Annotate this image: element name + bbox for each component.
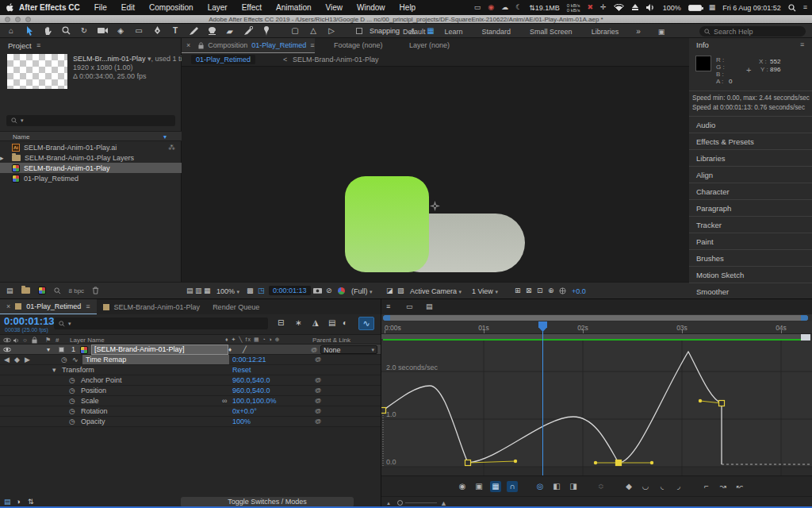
composition-mini-flowchart-icon[interactable]: ⊟ [278, 319, 284, 327]
wifi-icon[interactable] [614, 4, 624, 11]
property-row-opacity[interactable]: ◷Opacity100%@ [0, 417, 381, 427]
new-folder-icon[interactable] [21, 287, 30, 294]
speed-graph[interactable]: 2.0 seconds/sec1.00.0 [381, 341, 812, 475]
local-axis-mode-icon[interactable]: ▢ [289, 25, 301, 37]
menu-edit[interactable]: Edit [121, 3, 135, 12]
parent-pickwhip-icon[interactable]: @ [311, 346, 317, 353]
tab-menu-icon[interactable]: ≡ [86, 302, 90, 310]
info-panel-menu-icon[interactable]: ≡ [800, 40, 804, 48]
layer-name-column-header[interactable]: Layer Name [70, 337, 105, 344]
always-preview-icon[interactable]: ▤ [186, 287, 193, 294]
project-settings-icon[interactable] [54, 287, 61, 294]
display-mirroring-icon[interactable]: ▭ [474, 4, 481, 11]
column-sort-icon[interactable]: ▾ [163, 133, 167, 140]
resolution-select[interactable]: (Full) ▾ [351, 287, 373, 295]
workspace-tab-default[interactable]: Default [403, 28, 426, 36]
trash-icon[interactable] [92, 287, 99, 294]
panel-tab-paint[interactable]: Paint [689, 233, 812, 249]
mirror-viewer-icon[interactable]: ▦ [204, 287, 211, 294]
network-speed[interactable]: 0 kB/s0 kB/s [567, 3, 580, 13]
view-layout-select[interactable]: 1 View ▾ [472, 287, 498, 295]
project-search-input[interactable]: ▾ [6, 115, 175, 126]
timeline-navigator-bar[interactable] [383, 315, 808, 321]
close-tab-icon[interactable]: × [6, 302, 10, 310]
property-row-position[interactable]: ◷Position960.0,540.0@ [0, 386, 381, 396]
property-value[interactable]: 960.0,540.0 [232, 387, 270, 394]
property-value[interactable]: 100% [232, 418, 251, 425]
do-not-disturb-icon[interactable]: ☾ [515, 4, 522, 11]
timeline-draft-icon[interactable]: ▭ [406, 303, 413, 310]
snap-icon[interactable]: ∩ [507, 481, 518, 492]
bezier-handle-dot[interactable] [699, 399, 702, 402]
layer-expander-icon[interactable]: ▾ [47, 346, 50, 353]
bezier-handle-dot[interactable] [650, 461, 653, 464]
manage-workspaces-icon[interactable]: ▣ [658, 28, 665, 36]
project-item-comp[interactable]: SELM-Brand-Anim-01-Play [0, 163, 182, 173]
graph-filter-icon[interactable]: ▣ [473, 481, 485, 492]
memory-status[interactable]: ⇅19.1MB [529, 4, 560, 12]
bezier-handle-dot[interactable] [594, 461, 597, 464]
panel-tab-align[interactable]: Align [689, 166, 812, 183]
separate-dimensions-icon[interactable]: ≎ [596, 481, 607, 492]
graph-editor-button[interactable]: ∿ [358, 317, 374, 330]
property-pickwhip-icon[interactable]: @ [315, 356, 321, 363]
control-center-icon[interactable]: ≡ [803, 4, 807, 11]
new-composition-icon[interactable] [38, 287, 46, 294]
target-region-icon[interactable]: ◪ [386, 287, 393, 294]
next-keyframe-icon[interactable]: ▶ [25, 356, 30, 364]
zoom-slider-track[interactable] [405, 502, 437, 503]
property-value[interactable]: 0x+0.0° [232, 407, 257, 415]
auto-bezier-icon[interactable]: ↝ [718, 481, 729, 492]
continuous-bezier-icon[interactable]: ↜ [734, 481, 745, 492]
show-snapshot-icon[interactable]: ⊘ [326, 287, 332, 294]
workspace-tab-learn[interactable]: Learn [445, 28, 463, 36]
exposure-value[interactable]: +0.0 [572, 287, 586, 295]
camera-tool-icon[interactable] [97, 25, 108, 37]
logo-green-square-shape[interactable] [345, 176, 429, 272]
composition-viewer-tab[interactable]: × Composition 01-Play_Retimed ≡ [182, 38, 315, 53]
calendar-icon[interactable]: ▦ [709, 4, 716, 11]
project-item-comp[interactable]: 01-Play_Retimed [0, 173, 182, 183]
puppet-pin-tool-icon[interactable] [261, 25, 272, 37]
flowchart-button-icon[interactable]: ⊕ [548, 287, 554, 294]
home-tool-icon[interactable]: ⌂ [6, 25, 17, 37]
menu-composition[interactable]: Composition [149, 3, 193, 12]
property-name[interactable]: Transform [62, 366, 94, 374]
zoom-tool-icon[interactable] [60, 25, 71, 37]
type-tool-icon[interactable]: T [170, 25, 181, 37]
timeline-tab-brand-anim[interactable]: SELM-Brand-Anim-01-Play [97, 299, 207, 314]
property-row-rotation[interactable]: ◷Rotation0x+0.0°@ [0, 406, 381, 417]
stopwatch-icon[interactable]: ◷ [69, 387, 75, 394]
stopwatch-icon[interactable]: ◷ [69, 418, 75, 425]
notification-app-icon[interactable]: ◉ [488, 4, 494, 11]
property-row-time-remap[interactable]: ◀◆▶◷∿Time Remap0:00:12:21@ [0, 355, 381, 365]
eraser-tool-icon[interactable]: ▰ [224, 25, 237, 37]
property-name[interactable]: Time Remap [82, 355, 229, 364]
expand-transfer-modes-icon[interactable]: ◑ [16, 498, 20, 506]
volume-icon[interactable] [646, 4, 656, 11]
menu-view[interactable]: View [326, 3, 343, 12]
grid-guides-icon[interactable]: ▩ [247, 287, 254, 294]
rectangle-tool-icon[interactable]: ▭ [133, 25, 144, 37]
hold-keyframe-icon[interactable]: ⌐ [701, 481, 712, 492]
bezier-handle-dot[interactable] [514, 460, 517, 463]
snapshot-icon[interactable] [313, 287, 322, 294]
transparency-grid-icon[interactable]: ▨ [397, 287, 404, 294]
project-item-ai[interactable]: AiSELM-Brand-Anim-01-Play.ai [0, 142, 182, 152]
solo-column-icon[interactable]: ○ [23, 337, 27, 344]
interpret-footage-button-icon[interactable]: ▤ [6, 287, 13, 294]
current-timecode[interactable]: 0:00:01:13 [4, 315, 55, 327]
panel-tab-motion-sketch[interactable]: Motion Sketch [689, 266, 812, 283]
breadcrumb-parent-comp[interactable]: SELM-Brand-Anim-01-Play [293, 56, 379, 64]
property-value[interactable]: Reset [232, 366, 251, 374]
property-row-transform[interactable]: ▾TransformReset [0, 365, 381, 375]
lock-column-icon[interactable] [32, 337, 37, 344]
layer-switches-header-icons[interactable]: ♦ ✦ ╲ fx ▦ ◔ ◑ ⊕ [225, 337, 281, 343]
menu-help[interactable]: Help [400, 3, 416, 12]
transform-box-icon[interactable]: ▦ [490, 481, 501, 492]
panel-tab-brushes[interactable]: Brushes [689, 249, 812, 266]
link-dimensions-icon[interactable]: ∞ [222, 397, 227, 405]
ease-in-icon[interactable]: ◟ [657, 481, 668, 492]
zoom-slider-knob[interactable] [397, 500, 403, 506]
keyframe-icon[interactable]: ◆ [623, 481, 634, 492]
